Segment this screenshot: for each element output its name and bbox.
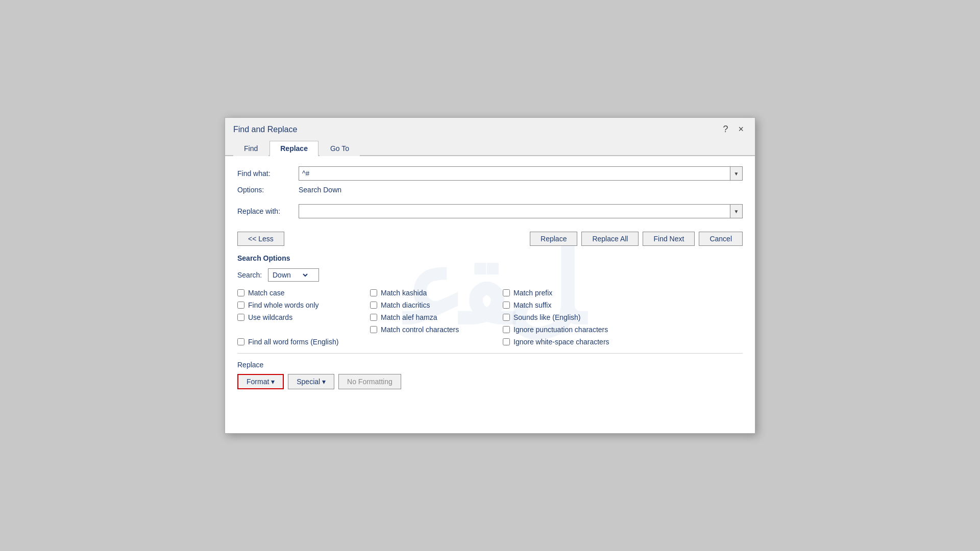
replace-all-button[interactable]: Replace All — [581, 232, 639, 246]
find-what-input-container: ▼ — [299, 166, 743, 181]
replace-with-row: Replace with: ▼ — [237, 204, 743, 218]
checkboxes-grid: Match case Find whole words only Use wil… — [237, 289, 743, 346]
ignore-punctuation-input[interactable] — [503, 326, 510, 333]
match-kashida-input[interactable] — [370, 289, 377, 296]
checkbox-match-suffix[interactable]: Match suffix — [503, 301, 635, 309]
match-suffix-input[interactable] — [503, 302, 510, 309]
checkbox-match-control-chars[interactable]: Match control characters — [370, 325, 503, 334]
checkbox-match-alef-hamza[interactable]: Match alef hamza — [370, 313, 503, 321]
find-all-word-forms-label: Find all word forms (English) — [248, 338, 338, 346]
checkbox-find-whole-words[interactable]: Find whole words only — [237, 301, 370, 309]
sounds-like-label: Sounds like (English) — [513, 313, 581, 321]
find-all-word-forms-input[interactable] — [237, 338, 244, 345]
find-whole-words-label: Find whole words only — [248, 301, 319, 309]
match-alef-hamza-label: Match alef hamza — [381, 313, 437, 321]
match-prefix-label: Match prefix — [513, 289, 552, 297]
match-control-chars-label: Match control characters — [381, 325, 459, 334]
find-what-label: Find what: — [237, 169, 299, 178]
match-kashida-label: Match kashida — [381, 289, 427, 297]
options-label: Options: — [237, 186, 299, 194]
title-bar-controls: ? × — [720, 123, 747, 136]
find-what-input[interactable] — [299, 168, 730, 179]
ignore-whitespace-label: Ignore white-space characters — [513, 338, 609, 346]
checkbox-find-all-word-forms[interactable]: Find all word forms (English) — [237, 338, 370, 346]
less-button[interactable]: << Less — [237, 232, 284, 246]
search-dropdown-container: Down Up All — [268, 268, 319, 282]
format-button[interactable]: Format ▾ — [237, 374, 284, 389]
no-formatting-button[interactable]: No Formatting — [338, 374, 401, 389]
tab-goto[interactable]: Go To — [320, 141, 360, 156]
find-replace-dialog: Find and Replace ? × Find Replace Go To … — [225, 117, 755, 434]
help-button[interactable]: ? — [720, 123, 731, 136]
checkbox-match-diacritics[interactable]: Match diacritics — [370, 301, 503, 309]
checkbox-ignore-punctuation[interactable]: Ignore punctuation characters — [503, 325, 635, 334]
options-row: Options: Search Down — [237, 186, 743, 194]
find-next-button[interactable]: Find Next — [643, 232, 695, 246]
match-control-chars-input[interactable] — [370, 326, 377, 333]
replace-with-label: Replace with: — [237, 207, 299, 215]
match-prefix-input[interactable] — [503, 289, 510, 296]
ignore-whitespace-input[interactable] — [503, 338, 510, 345]
sounds-like-input[interactable] — [503, 314, 510, 321]
tab-replace[interactable]: Replace — [270, 141, 318, 156]
match-case-label: Match case — [248, 289, 285, 297]
search-options-title: Search Options — [237, 254, 743, 262]
special-button[interactable]: Special ▾ — [288, 374, 334, 389]
match-suffix-label: Match suffix — [513, 301, 551, 309]
title-bar: Find and Replace ? × — [225, 118, 755, 136]
checkbox-sounds-like[interactable]: Sounds like (English) — [503, 313, 635, 321]
checkbox-match-kashida[interactable]: Match kashida — [370, 289, 503, 297]
checkbox-match-prefix[interactable]: Match prefix — [503, 289, 635, 297]
use-wildcards-label: Use wildcards — [248, 313, 292, 321]
match-case-input[interactable] — [237, 289, 244, 296]
replace-with-input[interactable] — [299, 206, 730, 216]
options-value: Search Down — [299, 186, 341, 194]
use-wildcards-input[interactable] — [237, 314, 244, 321]
tab-find[interactable]: Find — [233, 141, 268, 156]
replace-section-title: Replace — [237, 361, 743, 369]
find-what-row: Find what: ▼ — [237, 166, 743, 181]
match-alef-hamza-input[interactable] — [370, 314, 377, 321]
replace-buttons: Format ▾ Special ▾ No Formatting — [237, 374, 743, 389]
search-row: Search: Down Up All — [237, 268, 743, 282]
match-diacritics-label: Match diacritics — [381, 301, 430, 309]
close-button[interactable]: × — [735, 123, 747, 136]
find-what-dropdown-arrow[interactable]: ▼ — [730, 167, 742, 180]
replace-with-dropdown-arrow[interactable]: ▼ — [730, 205, 742, 218]
tab-bar: Find Replace Go To — [225, 136, 755, 156]
dialog-title: Find and Replace — [233, 125, 297, 134]
ignore-punctuation-label: Ignore punctuation characters — [513, 325, 608, 334]
match-diacritics-input[interactable] — [370, 302, 377, 309]
buttons-row: << Less Replace Replace All Find Next Ca… — [237, 232, 743, 246]
dialog-body: ﻞﻘﻋ Find what: ▼ Options: Search Down Re… — [225, 156, 755, 433]
search-dropdown[interactable]: Down Up All — [268, 270, 309, 280]
replace-with-input-container: ▼ — [299, 204, 743, 218]
replace-button[interactable]: Replace — [530, 232, 577, 246]
replace-section: Replace Format ▾ Special ▾ No Formatting — [237, 353, 743, 389]
checkbox-ignore-whitespace[interactable]: Ignore white-space characters — [503, 338, 635, 346]
cancel-button[interactable]: Cancel — [699, 232, 743, 246]
checkbox-match-case[interactable]: Match case — [237, 289, 370, 297]
find-whole-words-input[interactable] — [237, 302, 244, 309]
search-label: Search: — [237, 271, 268, 279]
checkbox-use-wildcards[interactable]: Use wildcards — [237, 313, 370, 321]
